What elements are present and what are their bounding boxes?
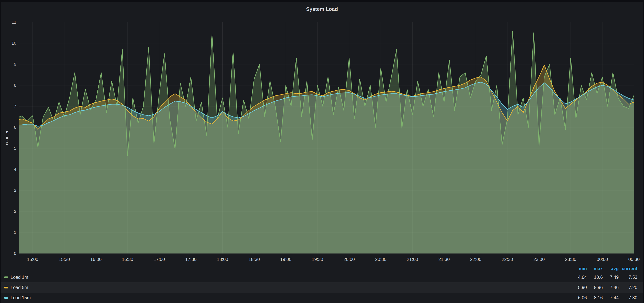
y-tick-label: 1 [1, 230, 16, 235]
legend-stat-avg: 7.44 [603, 295, 619, 300]
x-tick-label: 20:00 [334, 257, 365, 262]
legend-series: Load 1m [4, 275, 571, 280]
legend-stat-min: 4.64 [571, 275, 587, 280]
y-tick-label: 0 [1, 251, 16, 256]
legend-stat-avg: 7.46 [603, 285, 619, 290]
legend-stat-avg: 7.49 [603, 275, 619, 280]
x-tick-label: 21:30 [428, 257, 460, 262]
x-tick-label: 20:30 [365, 257, 396, 262]
legend-row-load-5m: Load 5m5.908.967.467.20 [1, 282, 643, 292]
series-area-load-15m [17, 82, 634, 254]
x-tick-label: 19:30 [302, 257, 333, 262]
x-tick-label: 17:00 [144, 257, 175, 262]
x-tick-label: 00:30 [618, 257, 643, 262]
legend-stat-current: 7.20 [619, 285, 637, 290]
y-tick-label: 2 [1, 209, 16, 214]
y-tick-label: 6 [1, 125, 16, 130]
legend-stat-min: 5.90 [571, 285, 587, 290]
legend-stat-max: 8.16 [587, 295, 603, 300]
legend-row-load-15m: Load 15m6.068.167.447.30 [1, 292, 643, 303]
x-tick-label: 23:30 [555, 257, 586, 262]
legend-row-load-1m: Load 1m4.6410.67.497.53 [1, 272, 643, 282]
legend-stat-header-avg[interactable]: avg [603, 266, 619, 271]
x-tick-label: 16:00 [80, 257, 112, 262]
legend-series: Load 5m [4, 285, 571, 290]
series-fills [17, 31, 634, 254]
legend: minmaxavgcurrentLoad 1m4.6410.67.497.53L… [1, 265, 643, 303]
series-color-swatch[interactable] [4, 276, 8, 278]
x-tick-label: 00:00 [587, 257, 618, 262]
series-color-swatch[interactable] [4, 297, 8, 299]
x-tick-label: 17:30 [175, 257, 207, 262]
x-tick-label: 15:00 [17, 257, 48, 262]
legend-stat-current: 7.30 [619, 295, 637, 300]
y-tick-label: 8 [1, 83, 16, 88]
y-tick-label: 7 [1, 104, 16, 109]
x-tick-label: 19:00 [270, 257, 302, 262]
legend-series-name[interactable]: Load 15m [10, 295, 31, 300]
legend-stat-min: 6.06 [571, 295, 587, 300]
x-tick-label: 22:00 [460, 257, 491, 262]
y-tick-label: 4 [1, 167, 16, 172]
legend-stat-header-min[interactable]: min [571, 266, 587, 271]
y-tick-label: 10 [1, 41, 16, 46]
legend-stat-current: 7.53 [619, 275, 637, 280]
panel-system-load: System Load counter 01234567891011 15:00… [1, 2, 643, 303]
x-tick-label: 21:00 [397, 257, 428, 262]
legend-header-row: minmaxavgcurrent [1, 265, 643, 272]
legend-series: Load 15m [4, 295, 571, 300]
x-tick-label: 15:30 [48, 257, 80, 262]
series-color-swatch[interactable] [4, 287, 8, 288]
legend-stat-header-current[interactable]: current [619, 266, 637, 271]
x-tick-label: 18:30 [238, 257, 270, 262]
legend-series-name[interactable]: Load 1m [10, 275, 28, 280]
legend-stat-max: 8.96 [587, 285, 603, 290]
y-tick-label: 5 [1, 146, 16, 151]
y-tick-label: 9 [1, 62, 16, 67]
x-tick-label: 22:30 [492, 257, 523, 262]
legend-series-name[interactable]: Load 5m [10, 285, 28, 290]
y-tick-label: 3 [1, 188, 16, 193]
y-tick-label: 11 [1, 20, 16, 25]
legend-stat-max: 10.6 [587, 275, 603, 280]
x-tick-label: 18:00 [207, 257, 238, 262]
x-tick-label: 16:30 [112, 257, 143, 262]
legend-stat-header-max[interactable]: max [587, 266, 603, 271]
x-tick-label: 23:00 [523, 257, 555, 262]
